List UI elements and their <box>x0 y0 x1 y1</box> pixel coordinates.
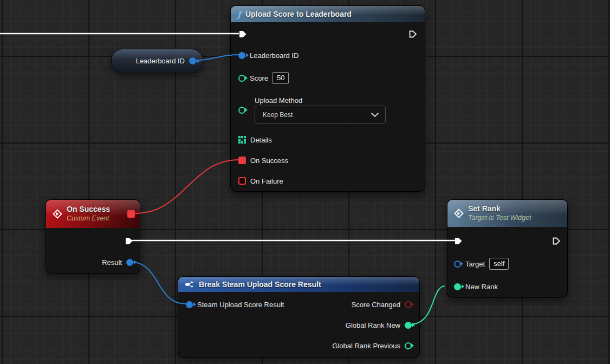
upload-method-pin[interactable] <box>238 107 245 114</box>
upload-method-label: Upload Method <box>255 96 302 105</box>
node-upload-score-to-leaderboard[interactable]: ƒ Upload Score to Leaderboard Leaderboar… <box>230 5 425 192</box>
pin-label: New Rank <box>465 283 498 291</box>
dropdown-selected-value: Keep Best <box>263 111 293 119</box>
pin-label: Global Rank Previous <box>332 342 400 350</box>
pin-label: Result <box>102 258 122 266</box>
new-rank-pin[interactable] <box>454 283 461 290</box>
leaderboard-id-pin[interactable] <box>238 52 245 59</box>
pin-label: Score <box>250 74 268 82</box>
target-value-box[interactable]: self <box>489 258 509 270</box>
node-subtitle: Target is Test Widget <box>468 214 531 223</box>
pin-label: Global Rank New <box>346 321 400 329</box>
pin-label: Score Changed <box>352 301 400 309</box>
function-icon: ƒ <box>237 9 241 20</box>
event-call-icon <box>454 209 464 218</box>
node-get-leaderboard-id[interactable]: Leaderboard ID <box>111 49 203 73</box>
on-success-delegate-pin[interactable] <box>238 157 246 164</box>
score-changed-pin[interactable] <box>405 301 412 308</box>
exec-input-pin[interactable] <box>238 30 247 38</box>
node-title: Break Steam Upload Score Result <box>199 280 321 289</box>
node-title: On Success <box>67 205 110 214</box>
node-on-success-event[interactable]: On Success Custom Event Result <box>46 199 140 274</box>
pin-label: On Failure <box>250 177 283 185</box>
custom-event-icon <box>53 209 62 219</box>
node-title: Set Rank <box>468 204 531 214</box>
node-header[interactable]: Break Steam Upload Score Result <box>178 277 419 292</box>
details-struct-pin[interactable] <box>238 136 246 144</box>
upload-method-dropdown[interactable]: Keep Best <box>255 106 386 123</box>
on-success-delegate-wire[interactable] <box>135 160 239 213</box>
pin-label: Target <box>465 260 485 268</box>
variable-label: Leaderboard ID <box>136 57 185 65</box>
pin-label: Steam Upload Score Result <box>197 301 284 309</box>
pin-label: Details <box>250 136 272 144</box>
pin-label: Leaderboard ID <box>250 51 298 60</box>
node-header[interactable]: On Success Custom Event <box>46 200 140 228</box>
exec-output-pin[interactable] <box>408 30 417 38</box>
global-rank-new-pin[interactable] <box>405 322 412 329</box>
node-break-steam-upload-score-result[interactable]: Break Steam Upload Score Result Steam Up… <box>178 276 420 358</box>
target-pin[interactable] <box>454 261 461 268</box>
node-subtitle: Custom Event <box>67 214 110 223</box>
node-header[interactable]: ƒ Upload Score to Leaderboard <box>231 6 425 22</box>
event-delegate-pin[interactable] <box>127 210 135 218</box>
pin-label: On Success <box>250 157 288 165</box>
break-struct-icon <box>185 281 194 288</box>
score-value-input[interactable]: 50 <box>272 72 289 84</box>
node-title: Upload Score to Leaderboard <box>245 10 352 18</box>
node-set-rank[interactable]: Set Rank Target is Test Widget Target se… <box>447 199 568 298</box>
chevron-down-icon <box>371 109 379 117</box>
global-rank-previous-pin[interactable] <box>405 342 412 349</box>
exec-output-pin[interactable] <box>552 237 561 245</box>
score-pin[interactable] <box>238 75 245 82</box>
node-header[interactable]: Set Rank Target is Test Widget <box>447 200 567 227</box>
on-failure-delegate-pin[interactable] <box>238 177 246 185</box>
steam-upload-score-result-pin[interactable] <box>186 301 193 308</box>
